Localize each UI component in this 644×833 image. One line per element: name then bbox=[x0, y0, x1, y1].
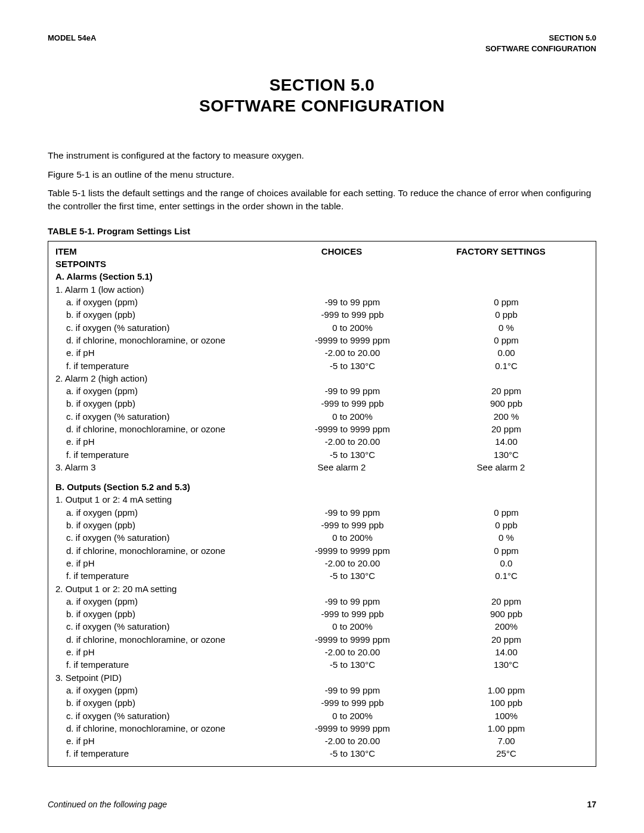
table-row: c. if oxygen (% saturation)0 to 200%0 % bbox=[55, 531, 589, 544]
table-header-row: ITEM CHOICES FACTORY SETTINGS bbox=[55, 245, 589, 258]
header-subtitle: SOFTWARE CONFIGURATION bbox=[485, 44, 596, 54]
table-row: e. if pH-2.00 to 20.000.00 bbox=[55, 346, 589, 359]
table-row: b. if oxygen (ppb)-999 to 999 ppb900 ppb bbox=[55, 608, 589, 620]
table-caption: TABLE 5-1. Program Settings List bbox=[48, 226, 596, 236]
table-row: e. if pH-2.00 to 20.0014.00 bbox=[55, 646, 589, 658]
title-line1: SECTION 5.0 bbox=[270, 76, 375, 94]
output4-label: 1. Output 1 or 2: 4 mA setting bbox=[55, 493, 589, 506]
table-row: d. if chlorine, monochloramine, or ozone… bbox=[55, 334, 589, 346]
intro-p2: Figure 5-1 is an outline of the menu str… bbox=[48, 168, 596, 181]
pid-label: 3. Setpoint (PID) bbox=[55, 671, 589, 684]
document-page: MODEL 54eA SECTION 5.0 SOFTWARE CONFIGUR… bbox=[0, 0, 644, 833]
table-row: d. if chlorine, monochloramine, or ozone… bbox=[55, 633, 589, 646]
table-row: d. if chlorine, monochloramine, or ozone… bbox=[55, 423, 589, 435]
alarm2-label: 2. Alarm 2 (high action) bbox=[55, 372, 589, 385]
intro-p1: The instrument is configured at the fact… bbox=[48, 149, 596, 162]
table-row: d. if chlorine, monochloramine, or ozone… bbox=[55, 544, 589, 557]
table-row: e. if pH-2.00 to 20.000.0 bbox=[55, 557, 589, 569]
th-item: ITEM bbox=[55, 245, 270, 258]
table-row: c. if oxygen (% saturation)0 to 200%200% bbox=[55, 620, 589, 633]
table-row: a. if oxygen (ppm)-99 to 99 ppm20 ppm bbox=[55, 385, 589, 397]
page-number: 17 bbox=[587, 800, 596, 809]
header-right: SECTION 5.0 SOFTWARE CONFIGURATION bbox=[485, 33, 596, 54]
table-row: b. if oxygen (ppb)-999 to 999 ppb900 ppb bbox=[55, 397, 589, 410]
table-row: b. if oxygen (ppb)-999 to 999 ppb0 ppb bbox=[55, 308, 589, 321]
section-b-title: B. Outputs (Section 5.2 and 5.3) bbox=[55, 481, 589, 493]
title-line2: SOFTWARE CONFIGURATION bbox=[199, 97, 445, 115]
setpoints-label: SETPOINTS bbox=[55, 258, 589, 270]
table-row: a. if oxygen (ppm)-99 to 99 ppm0 ppm bbox=[55, 506, 589, 519]
page-title: SECTION 5.0 SOFTWARE CONFIGURATION bbox=[48, 75, 596, 116]
table-row: e. if pH-2.00 to 20.0014.00 bbox=[55, 435, 589, 448]
intro-p3: Table 5-1 lists the default settings and… bbox=[48, 187, 596, 212]
table-row: a. if oxygen (ppm)-99 to 99 ppm0 ppm bbox=[55, 296, 589, 308]
table-row: f. if temperature-5 to 130°C130°C bbox=[55, 448, 589, 461]
table-row: c. if oxygen (% saturation)0 to 200%200 … bbox=[55, 410, 589, 423]
table-row: f. if temperature-5 to 130°C25°C bbox=[55, 747, 589, 760]
output20-label: 2. Output 1 or 2: 20 mA setting bbox=[55, 583, 589, 595]
table-row: b. if oxygen (ppb)-999 to 999 ppb100 ppb bbox=[55, 696, 589, 709]
table-row: e. if pH-2.00 to 20.007.00 bbox=[55, 735, 589, 747]
table-row: b. if oxygen (ppb)-999 to 999 ppb0 ppb bbox=[55, 519, 589, 531]
continued-label: Continued on the following page bbox=[48, 800, 167, 809]
table-row: f. if temperature-5 to 130°C0.1°C bbox=[55, 569, 589, 582]
page-footer: Continued on the following page 17 bbox=[48, 800, 596, 809]
header-left: MODEL 54eA bbox=[48, 33, 96, 54]
th-choices: CHOICES bbox=[270, 245, 413, 258]
settings-table: ITEM CHOICES FACTORY SETTINGS SETPOINTS … bbox=[48, 241, 596, 767]
table-row: a. if oxygen (ppm)-99 to 99 ppm20 ppm bbox=[55, 595, 589, 608]
alarm3-row: 3. Alarm 3See alarm 2See alarm 2 bbox=[55, 461, 589, 473]
section-a-title: A. Alarms (Section 5.1) bbox=[55, 270, 589, 283]
table-row: a. if oxygen (ppm)-99 to 99 ppm1.00 ppm bbox=[55, 684, 589, 696]
intro-text: The instrument is configured at the fact… bbox=[48, 149, 596, 213]
table-row: c. if oxygen (% saturation)0 to 200%0 % bbox=[55, 321, 589, 334]
page-header: MODEL 54eA SECTION 5.0 SOFTWARE CONFIGUR… bbox=[48, 33, 596, 54]
table-row: d. if chlorine, monochloramine, or ozone… bbox=[55, 722, 589, 735]
th-factory: FACTORY SETTINGS bbox=[413, 245, 589, 258]
alarm1-label: 1. Alarm 1 (low action) bbox=[55, 283, 589, 296]
table-row: f. if temperature-5 to 130°C0.1°C bbox=[55, 360, 589, 372]
header-section: SECTION 5.0 bbox=[485, 33, 596, 44]
table-row: f. if temperature-5 to 130°C130°C bbox=[55, 658, 589, 671]
table-row: c. if oxygen (% saturation)0 to 200%100% bbox=[55, 710, 589, 722]
